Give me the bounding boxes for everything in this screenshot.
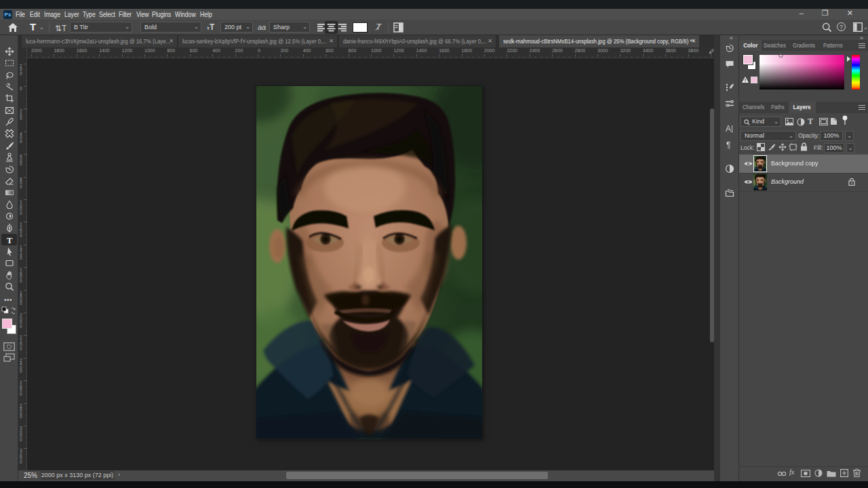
svg-text:¶: ¶ (726, 140, 730, 150)
svg-text:⇅T: ⇅T (55, 24, 66, 33)
svg-text:T: T (6, 235, 12, 245)
svg-text:A|: A| (726, 124, 733, 134)
